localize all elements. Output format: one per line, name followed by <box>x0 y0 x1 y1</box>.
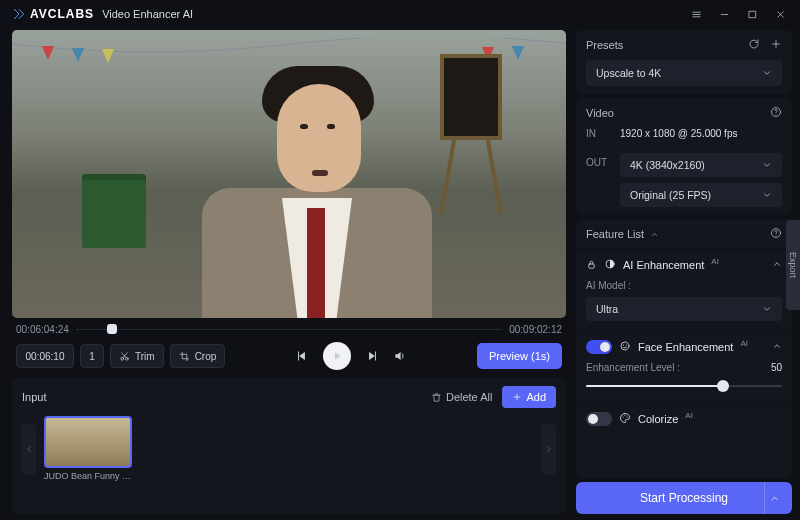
video-preview[interactable] <box>12 30 566 318</box>
svg-marker-3 <box>102 49 114 63</box>
face-enhancement-toggle[interactable] <box>586 340 612 354</box>
trim-label: Trim <box>135 351 155 362</box>
enhancement-level-slider[interactable] <box>586 379 782 393</box>
minimize-button[interactable] <box>714 5 734 23</box>
palette-icon <box>619 412 631 426</box>
svg-point-17 <box>627 417 628 418</box>
video-out-label: OUT <box>586 157 614 168</box>
clip-item[interactable]: JUDO Bean Funny Cli… <box>44 416 132 481</box>
video-panel: Video IN1920 x 1080 @ 25.000 fps OUT 4K … <box>576 98 792 215</box>
start-options-button[interactable] <box>764 482 784 514</box>
presets-heading: Presets <box>586 39 623 51</box>
svg-point-13 <box>623 345 624 346</box>
video-help-icon[interactable] <box>770 106 782 120</box>
feature-list-panel: Feature List AI Enhancement AI AI Model … <box>576 219 792 478</box>
svg-point-16 <box>625 415 626 416</box>
menu-button[interactable] <box>686 5 706 23</box>
next-frame-button[interactable] <box>365 349 379 363</box>
timeline: 00:06:04:24 00:09:02:12 <box>12 318 566 336</box>
crop-label: Crop <box>195 351 217 362</box>
presets-reset-button[interactable] <box>748 38 760 52</box>
svg-marker-5 <box>512 46 524 60</box>
face-icon <box>619 340 631 354</box>
presets-add-button[interactable] <box>770 38 782 52</box>
enhancement-level-label: Enhancement Level : <box>586 362 680 373</box>
colorize-feature: Colorize AI <box>576 403 792 436</box>
delete-all-button[interactable]: Delete All <box>431 391 492 403</box>
enhancement-level-value: 50 <box>771 362 782 373</box>
clip-thumbnail[interactable] <box>44 416 132 468</box>
svg-point-14 <box>626 345 627 346</box>
playhead[interactable] <box>107 324 117 334</box>
timeline-end: 00:09:02:12 <box>509 324 562 335</box>
close-button[interactable] <box>770 5 790 23</box>
input-heading: Input <box>22 391 46 403</box>
feature-help-icon[interactable] <box>770 227 782 241</box>
colorize-toggle[interactable] <box>586 412 612 426</box>
clips-prev-button[interactable] <box>22 424 36 474</box>
output-resolution-select[interactable]: 4K (3840x2160) <box>620 153 782 177</box>
lock-icon <box>586 259 597 272</box>
titlebar: AVCLABS Video Enhancer AI <box>0 0 800 28</box>
export-tab[interactable]: Export <box>786 220 800 310</box>
play-button[interactable] <box>323 342 351 370</box>
timeline-start: 00:06:04:24 <box>16 324 69 335</box>
collapse-icon[interactable] <box>772 341 782 353</box>
collapse-icon[interactable] <box>772 259 782 271</box>
ai-enhancement-feature: AI Enhancement AI AI Model : Ultra <box>576 249 792 331</box>
timeline-track[interactable] <box>77 322 501 336</box>
video-heading: Video <box>586 107 614 119</box>
presets-panel: Presets Upscale to 4K <box>576 30 792 94</box>
add-clip-button[interactable]: Add <box>502 386 556 408</box>
svg-point-15 <box>623 417 624 418</box>
colorize-title: Colorize <box>638 413 678 425</box>
timecode-input[interactable]: 00:06:10 <box>16 344 74 368</box>
svg-point-12 <box>621 342 629 350</box>
svg-marker-1 <box>42 46 54 60</box>
maximize-button[interactable] <box>742 5 762 23</box>
ai-model-select[interactable]: Ultra <box>586 297 782 321</box>
brand-text: AVCLABS <box>30 7 94 21</box>
prev-frame-button[interactable] <box>295 349 309 363</box>
face-enhancement-title: Face Enhancement <box>638 341 733 353</box>
input-section: Input Delete All Add JUDO Bean Funny Cli… <box>12 378 566 514</box>
face-enhancement-feature: Face Enhancement AI Enhancement Level : … <box>576 331 792 403</box>
volume-button[interactable] <box>393 349 407 363</box>
start-processing-button[interactable]: Start Processing <box>576 482 792 514</box>
crop-button[interactable]: Crop <box>170 344 226 368</box>
trim-button[interactable]: Trim <box>110 344 164 368</box>
preset-select[interactable]: Upscale to 4K <box>586 60 782 86</box>
video-in-label: IN <box>586 128 614 139</box>
svg-rect-0 <box>749 11 755 17</box>
frame-step-input[interactable]: 1 <box>80 344 104 368</box>
svg-rect-10 <box>589 264 595 268</box>
brand-logo: AVCLABS <box>12 7 94 21</box>
preview-button[interactable]: Preview (1s) <box>477 343 562 369</box>
clip-name: JUDO Bean Funny Cli… <box>44 471 132 481</box>
app-name: Video Enhancer AI <box>102 8 193 20</box>
video-in-value: 1920 x 1080 @ 25.000 fps <box>620 128 737 139</box>
feature-list-heading: Feature List <box>586 228 644 240</box>
ai-enhancement-title: AI Enhancement <box>623 259 704 271</box>
output-fps-select[interactable]: Original (25 FPS) <box>620 183 782 207</box>
contrast-icon <box>604 258 616 272</box>
clips-next-button[interactable] <box>542 424 556 474</box>
ai-model-label: AI Model : <box>586 280 631 291</box>
svg-marker-2 <box>72 48 84 62</box>
